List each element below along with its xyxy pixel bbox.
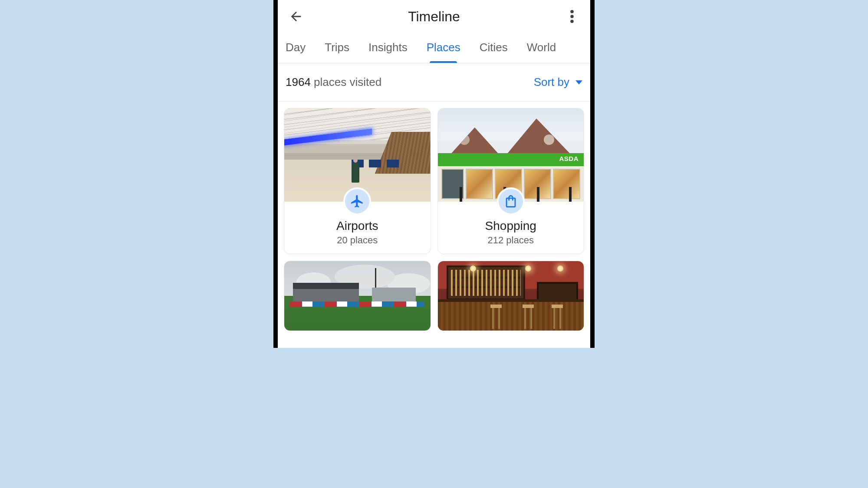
app-screen: Timeline Day Trips Insights Places Citie…	[278, 0, 590, 348]
place-thumbnail	[438, 261, 584, 331]
device-frame: Timeline Day Trips Insights Places Citie…	[273, 0, 595, 348]
places-summary-bar: 1964 places visited Sort by	[278, 63, 590, 102]
storefront-sign: ASDA	[559, 155, 579, 162]
svg-point-0	[570, 10, 574, 13]
back-button[interactable]	[286, 6, 306, 27]
places-grid: Airports 20 places ASDA	[278, 102, 590, 337]
more-options-button[interactable]	[562, 6, 582, 27]
place-card-subtitle: 212 places	[438, 235, 584, 246]
place-card-airports[interactable]: Airports 20 places	[284, 108, 431, 254]
sort-by-label: Sort by	[534, 75, 569, 89]
tab-world[interactable]: World	[527, 41, 556, 63]
tab-bar: Day Trips Insights Places Cities World	[278, 35, 590, 63]
places-count-number: 1964	[286, 75, 311, 88]
page-title: Timeline	[408, 9, 460, 25]
tab-insights[interactable]: Insights	[368, 41, 408, 63]
shopping-bag-icon	[503, 194, 518, 209]
tab-places[interactable]: Places	[427, 41, 460, 63]
place-card-subtitle: 20 places	[284, 235, 431, 246]
category-badge	[497, 187, 525, 215]
place-card-pub[interactable]	[437, 261, 585, 331]
tab-day[interactable]: Day	[286, 41, 306, 63]
tab-cities[interactable]: Cities	[480, 41, 508, 63]
airplane-icon	[350, 194, 365, 209]
arrow-left-icon	[289, 9, 303, 24]
places-count: 1964 places visited	[286, 75, 381, 89]
sort-by-button[interactable]: Sort by	[534, 75, 582, 89]
place-card-shopping[interactable]: ASDA Shopping 212 places	[437, 108, 585, 254]
category-badge	[343, 187, 371, 215]
caret-down-icon	[575, 80, 582, 85]
svg-point-2	[570, 20, 574, 23]
place-thumbnail	[284, 261, 431, 331]
more-vertical-icon	[570, 10, 574, 23]
place-card-title: Airports	[284, 219, 431, 233]
place-card-title: Shopping	[438, 219, 584, 233]
app-header: Timeline	[278, 0, 590, 35]
places-count-label: places visited	[314, 75, 381, 88]
place-card-sports[interactable]	[284, 261, 431, 331]
tab-trips[interactable]: Trips	[325, 41, 349, 63]
svg-point-1	[570, 15, 574, 18]
